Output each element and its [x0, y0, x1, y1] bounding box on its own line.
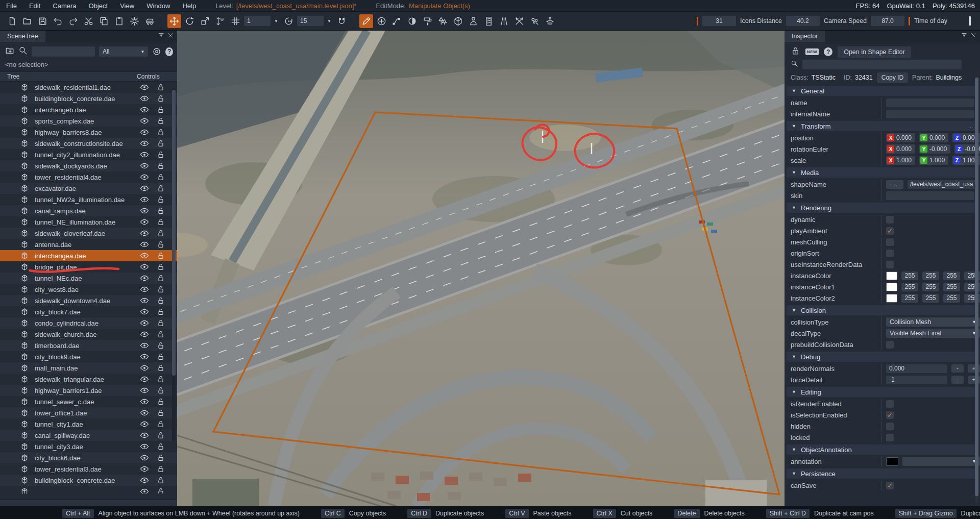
tree-row[interactable]: condo_cylindrical.dae — [0, 317, 177, 329]
visibility-eye-icon[interactable] — [140, 150, 149, 159]
menu-file[interactable]: File — [0, 2, 23, 10]
lock-open-icon[interactable] — [157, 184, 165, 192]
river-icon[interactable] — [482, 14, 496, 28]
visibility-eye-icon[interactable] — [140, 363, 149, 373]
instanceColor2-channel-value[interactable]: 255 — [943, 294, 960, 303]
visibility-eye-icon[interactable] — [140, 94, 149, 103]
redo-icon[interactable] — [66, 14, 80, 28]
tree-row[interactable]: tower_office1.dae — [0, 407, 177, 418]
isRenderEnabled-checkbox[interactable] — [886, 400, 894, 408]
visibility-eye-icon[interactable] — [140, 83, 149, 92]
tree-row[interactable]: bridge_pit.dae — [0, 261, 177, 273]
tree-row[interactable]: tunnel_city1.dae — [0, 418, 177, 430]
section-more-button[interactable]: ... — [968, 123, 973, 129]
section-header-debug[interactable]: ▼Debug — [787, 352, 978, 362]
new-file-icon[interactable] — [5, 14, 19, 28]
vehicle-icon[interactable] — [143, 14, 157, 28]
character-icon[interactable] — [467, 14, 480, 28]
visibility-eye-icon[interactable] — [140, 464, 149, 474]
tree-row[interactable]: sidewalk_downtown4.dae — [0, 295, 177, 306]
visibility-eye-icon[interactable] — [140, 408, 149, 417]
lock-open-icon[interactable] — [157, 162, 165, 170]
lock-open-icon[interactable] — [157, 353, 165, 361]
help-icon[interactable]: ? — [165, 47, 173, 56]
lock-open-icon[interactable] — [157, 285, 165, 293]
lock-open-icon[interactable] — [157, 106, 165, 114]
instanceColor-channel-value[interactable]: 255 — [922, 271, 939, 280]
snap-value-input[interactable] — [244, 16, 271, 26]
close-icon[interactable] — [167, 32, 174, 41]
tab-inspector[interactable]: Inspector — [785, 31, 825, 42]
lock-open-icon[interactable] — [157, 330, 165, 338]
section-header-objectannotation[interactable]: ▼ObjectAnnotation — [787, 444, 978, 455]
tree-row[interactable]: sidewalk_constructionsite.dae — [0, 138, 177, 149]
name-input[interactable] — [886, 98, 974, 107]
annotation-color-swatch[interactable] — [886, 457, 898, 466]
scale-x-field[interactable]: X1.000 — [886, 156, 915, 165]
tree-row[interactable]: sports_complex.dae — [0, 115, 177, 127]
cut-icon[interactable] — [82, 14, 95, 28]
open-shape-editor-button[interactable]: Open in Shape Editor — [838, 46, 911, 58]
time-of-day-slider-handle[interactable] — [969, 16, 971, 26]
section-header-transform[interactable]: ▼Transform... — [787, 121, 978, 131]
lock-open-icon[interactable] — [157, 375, 165, 383]
tree-row[interactable]: tower_residential3.dae — [0, 463, 177, 475]
tree-row[interactable]: highway_barriers8.dae — [0, 127, 177, 138]
section-header-rendering[interactable]: ▼Rendering — [787, 203, 978, 213]
scene-tree-search-input[interactable] — [32, 46, 95, 57]
road-icon[interactable] — [497, 14, 511, 28]
menu-camera[interactable]: Camera — [46, 2, 82, 10]
tree-row[interactable]: highway_barriers1.dae — [0, 385, 177, 396]
tree-row[interactable]: city_block9.dae — [0, 351, 177, 362]
tree-row[interactable]: sidewalk_triangular.dae — [0, 374, 177, 385]
tree-row[interactable]: city_block7.dae — [0, 306, 177, 317]
lock-open-icon[interactable] — [157, 151, 165, 159]
instanceColor1-channel-value[interactable]: 255 — [922, 283, 939, 291]
lock-open-icon[interactable] — [157, 454, 165, 462]
visibility-eye-icon[interactable] — [140, 172, 149, 182]
lock-open-icon[interactable] — [157, 94, 165, 103]
settings-icon[interactable] — [128, 14, 141, 28]
lock-open-icon[interactable] — [157, 218, 165, 226]
panel-menu-icon[interactable] — [158, 32, 165, 41]
tree-row[interactable]: mall_main.dae — [0, 362, 177, 374]
paste-icon[interactable] — [112, 14, 126, 28]
visibility-eye-icon[interactable] — [140, 206, 149, 215]
visibility-eye-icon[interactable] — [140, 161, 149, 170]
tree-row[interactable]: interchangeb.dae — [0, 104, 177, 115]
tree-row[interactable]: sidewalk_cloverleaf.dae — [0, 228, 177, 239]
scale-icon[interactable] — [198, 14, 212, 28]
instanceColor-color-swatch[interactable] — [886, 271, 897, 280]
lock-open-icon[interactable] — [157, 240, 165, 249]
undo-icon[interactable] — [51, 14, 65, 28]
lock-open-icon[interactable] — [157, 442, 165, 451]
decal-icon[interactable] — [405, 14, 419, 28]
decrement-button[interactable]: - — [951, 376, 964, 384]
isSelectionEnabled-checkbox[interactable]: ✓ — [886, 411, 894, 419]
visibility-eye-icon[interactable] — [140, 296, 149, 305]
instanceColor2-channel-value[interactable]: 255 — [922, 294, 939, 303]
lock-open-icon[interactable] — [157, 296, 165, 305]
visibility-eye-icon[interactable] — [140, 397, 149, 406]
position-x-field[interactable]: X0.000 — [886, 133, 915, 142]
rotationEuler-y-field[interactable]: Y-0.000 — [919, 144, 950, 154]
visibility-eye-icon[interactable] — [140, 476, 149, 485]
menu-help[interactable]: Help — [176, 2, 202, 10]
section-header-editing[interactable]: ▼Editing — [787, 387, 978, 397]
forest-icon[interactable] — [436, 14, 450, 28]
prebuildCollisionData-checkbox[interactable] — [886, 341, 894, 349]
visibility-eye-icon[interactable] — [140, 341, 149, 350]
translate-snap-icon[interactable]: W — [213, 14, 227, 28]
tree-row[interactable]: city_west8.dae — [0, 284, 177, 295]
lock-open-icon[interactable] — [157, 252, 165, 260]
lock-open-icon[interactable] — [157, 465, 165, 473]
visibility-eye-icon[interactable] — [140, 375, 149, 384]
lock-open-icon[interactable] — [157, 117, 165, 125]
tree-row[interactable]: tunnel_NE_illumination.dae — [0, 216, 177, 228]
lock-open-icon[interactable] — [157, 139, 165, 147]
menu-window[interactable]: Window — [140, 2, 176, 10]
tree-row[interactable]: sidewalk_dockyards.dae — [0, 160, 177, 171]
section-header-collision[interactable]: ▼Collision — [787, 305, 978, 315]
instanceColor1-channel-value[interactable]: 255 — [943, 283, 960, 291]
visibility-eye-icon[interactable] — [140, 139, 149, 148]
